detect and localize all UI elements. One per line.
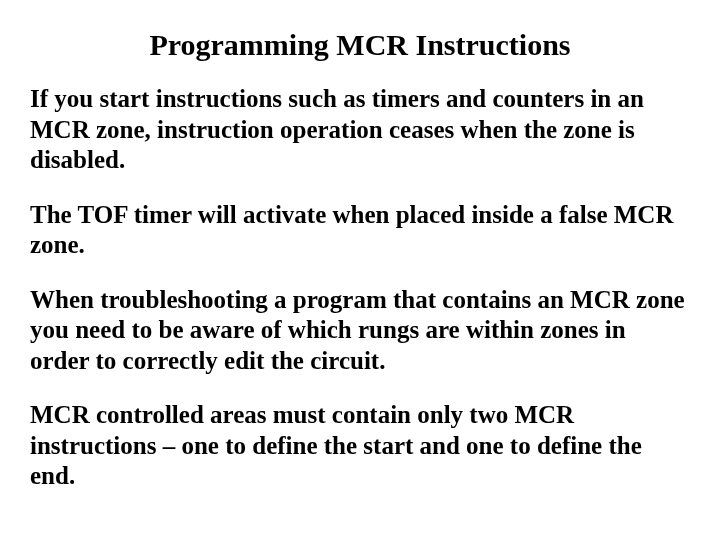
slide-title: Programming MCR Instructions — [30, 28, 690, 62]
paragraph-2: The TOF timer will activate when placed … — [30, 200, 690, 261]
paragraph-3: When troubleshooting a program that cont… — [30, 285, 690, 377]
paragraph-4: MCR controlled areas must contain only t… — [30, 400, 690, 492]
paragraph-1: If you start instructions such as timers… — [30, 84, 690, 176]
slide: Programming MCR Instructions If you star… — [0, 0, 720, 540]
